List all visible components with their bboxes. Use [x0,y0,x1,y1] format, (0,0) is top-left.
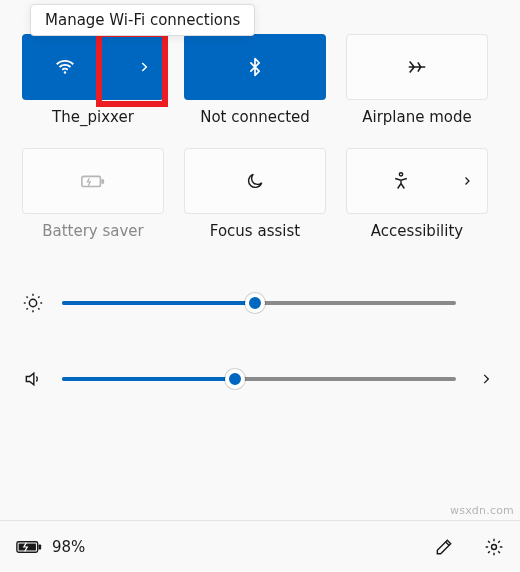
battery-saver-tile[interactable] [22,148,164,214]
brightness-thumb[interactable] [245,293,265,313]
airplane-icon [406,56,428,78]
wifi-label: The_pixxer [22,100,164,148]
airplane-mode-label: Airplane mode [346,100,488,148]
battery-saver-label: Battery saver [22,214,164,262]
brightness-track[interactable] [62,301,456,305]
volume-fill [62,377,235,381]
wifi-icon [54,56,76,78]
bluetooth-icon [245,56,265,78]
accessibility-tile[interactable] [346,148,488,214]
footer-bar: 98% [0,520,520,572]
bluetooth-tile[interactable] [184,34,326,100]
battery-percent-text: 98% [52,538,85,556]
settings-button[interactable] [484,537,504,557]
svg-line-10 [38,308,39,309]
wifi-tooltip: Manage Wi-Fi connections [30,4,255,36]
battery-saver-icon [80,171,106,191]
speaker-icon [22,369,44,389]
moon-icon [245,171,265,191]
svg-rect-15 [39,544,42,549]
svg-point-0 [64,71,66,73]
focus-assist-tile[interactable] [184,148,326,214]
svg-point-4 [29,299,36,306]
battery-status[interactable]: 98% [16,538,85,556]
svg-line-11 [26,308,27,309]
svg-line-9 [26,296,27,297]
sliders-section [0,262,520,389]
focus-assist-label: Focus assist [184,214,326,262]
battery-icon [16,539,42,555]
brightness-icon [22,292,44,314]
svg-line-12 [38,296,39,297]
quick-settings-grid: The_pixxer Not connected Airplane mode [0,0,520,262]
wifi-tile[interactable] [22,34,164,100]
brightness-fill [62,301,255,305]
wifi-expand-button[interactable] [124,34,164,100]
volume-track[interactable] [62,377,456,381]
brightness-slider[interactable] [22,292,498,314]
airplane-mode-tile[interactable] [346,34,488,100]
accessibility-expand-button[interactable] [447,149,487,213]
watermark: wsxdn.com [450,504,514,517]
accessibility-icon [391,171,411,191]
svg-point-3 [399,173,402,176]
svg-rect-2 [101,179,104,184]
volume-thumb[interactable] [225,369,245,389]
accessibility-label: Accessibility [346,214,488,262]
edit-button[interactable] [434,537,454,557]
bluetooth-label: Not connected [184,100,326,148]
volume-expand-button[interactable] [474,372,498,386]
svg-point-17 [492,544,497,549]
volume-slider[interactable] [22,369,498,389]
